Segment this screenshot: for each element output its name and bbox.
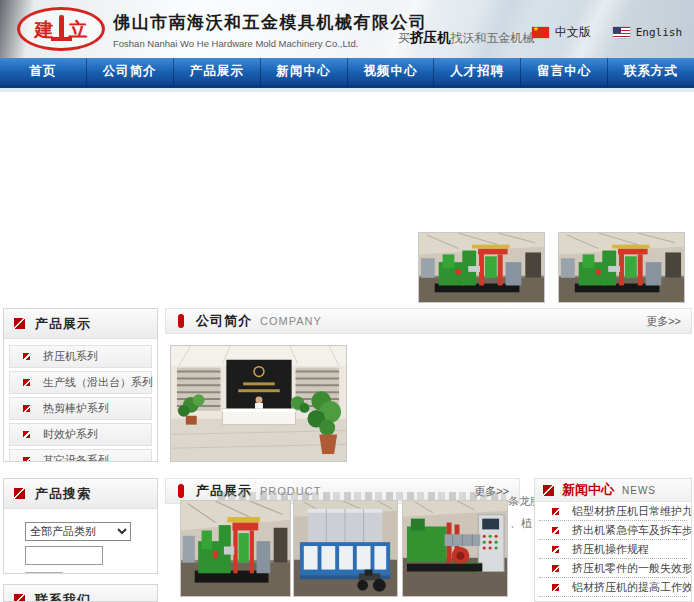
language-switcher: 中文版 English (532, 24, 682, 41)
product-photo-press-closeup[interactable] (402, 500, 508, 597)
bullet-icon (552, 546, 559, 553)
office-reception-illustration (171, 346, 346, 461)
logo-oval-icon: 建 立 (17, 7, 105, 51)
sidebar-contact-title: 联系我们 (35, 591, 91, 602)
bullet-icon (23, 431, 30, 438)
red-square-icon (543, 485, 554, 496)
lang-chinese-link[interactable]: 中文版 (532, 24, 591, 41)
bullet-icon (552, 565, 559, 572)
lang-english-link[interactable]: English (613, 26, 682, 39)
press-closeup-illustration (403, 501, 507, 596)
search-keyword-input[interactable] (25, 546, 103, 565)
bullet-icon (23, 405, 30, 412)
extrusion-press-illustration (559, 233, 684, 302)
nav-item-jobs[interactable]: 人才招聘 (433, 58, 520, 85)
sidebar-item-hot-shear-furnace-series[interactable]: 热剪棒炉系列 (9, 397, 152, 420)
company-name-cn: 佛山市南海沃和五金模具机械有限公司 (113, 11, 428, 34)
sidebar-search-title: 产品搜索 (35, 485, 91, 503)
company-office-photo[interactable] (170, 345, 347, 462)
clipped-text-fragment: 、植 (510, 516, 532, 531)
nav-item-video[interactable]: 视频中心 (347, 58, 434, 85)
company-more-link[interactable]: 更多>> (646, 314, 681, 329)
search-form: 全部产品类别 搜 索 (4, 509, 157, 574)
bullet-icon (23, 457, 30, 462)
sidebar-item-production-line-series[interactable]: 生产线（滑出台）系列 (9, 371, 152, 394)
product-photo-aging-furnace[interactable] (293, 500, 398, 597)
news-item-2[interactable]: 挤出机紧急停车及拆车步 (539, 521, 687, 540)
extrusion-press-illustration (419, 233, 544, 302)
press-ram-icon (56, 14, 67, 44)
nav-item-products[interactable]: 产品展示 (173, 58, 260, 85)
usa-flag-icon (613, 27, 630, 38)
sidebar-item-other-equipment-series[interactable]: 其它设备系列 (9, 449, 152, 462)
search-button[interactable]: 搜 索 (25, 572, 63, 575)
sidebar-contact-header: 联系我们 (4, 585, 157, 602)
sidebar-product-menu-box: 产品展示 挤压机系列 生产线（滑出台）系列 热剪棒炉系列 时效炉系列 其它设备系… (3, 308, 158, 462)
nav-item-news[interactable]: 新闻中心 (260, 58, 347, 85)
news-item-3[interactable]: 挤压机操作规程 (539, 540, 687, 559)
news-section-box: 新闻中心 NEWS 铝型材挤压机日常维护九 挤出机紧急停车及拆车步 挤压机操作规… (534, 478, 692, 602)
furnace-illustration (294, 501, 397, 596)
sidebar-item-aging-furnace-series[interactable]: 时效炉系列 (9, 423, 152, 446)
news-item-label: 铝材挤压机的提高工作效 (572, 580, 692, 595)
slogan-suffix: 找沃和五金机械 (451, 31, 535, 45)
news-item-label: 挤压机操作规程 (572, 542, 649, 557)
red-square-icon (14, 594, 25, 602)
machine-photo-thumb-1[interactable] (418, 232, 545, 303)
clipped-text-strip (218, 492, 506, 500)
company-names: 佛山市南海沃和五金模具机械有限公司 Foshan Nanhai Wo He Ha… (113, 11, 428, 49)
logo-char-right: 立 (69, 20, 88, 39)
news-item-4[interactable]: 挤压机零件的一般失效形 (539, 559, 687, 578)
news-item-label: 挤出机紧急停车及拆车步 (572, 523, 692, 538)
company-title-en: COMPANY (260, 315, 322, 327)
bullet-icon (23, 353, 30, 360)
china-flag-icon (532, 27, 549, 38)
lang-english-label: English (636, 26, 682, 39)
machine-photo-thumb-2[interactable] (558, 232, 685, 303)
nav-item-home[interactable]: 首页 (0, 58, 86, 85)
news-item-1[interactable]: 铝型材挤压机日常维护九 (539, 502, 687, 521)
nav-item-message[interactable]: 留言中心 (520, 58, 607, 85)
company-section-header: 公司简介 COMPANY 更多>> (165, 308, 692, 334)
news-title-cn: 新闻中心 (562, 481, 614, 499)
news-item-label: 铝型材挤压机日常维护九 (572, 504, 692, 519)
company-title-cn: 公司简介 (196, 312, 252, 330)
sidebar-contact-box: 联系我们 (3, 584, 158, 602)
menu-item-label: 热剪棒炉系列 (43, 401, 109, 416)
logo-char-left: 建 (35, 20, 54, 39)
header-slogan: 买挤压机找沃和五金机械 (398, 29, 535, 47)
banner-top-divider (0, 88, 694, 92)
menu-item-label: 生产线（滑出台）系列 (43, 375, 153, 390)
company-name-en: Foshan Nanhai Wo He Hardware Mold Machin… (113, 38, 428, 49)
red-square-icon (14, 488, 25, 499)
lang-chinese-label: 中文版 (555, 24, 591, 41)
category-select[interactable]: 全部产品类别 (25, 522, 131, 541)
menu-item-label: 挤压机系列 (43, 349, 98, 364)
nav-item-about[interactable]: 公司简介 (86, 58, 173, 85)
menu-item-label: 其它设备系列 (43, 453, 109, 462)
bullet-icon (23, 379, 30, 386)
extrusion-press-illustration (181, 501, 290, 596)
sidebar-search-box: 产品搜索 全部产品类别 搜 索 (3, 478, 158, 574)
nav-item-contact[interactable]: 联系方式 (607, 58, 694, 85)
red-bar-icon (178, 314, 184, 328)
bullet-icon (552, 508, 559, 515)
main-navigation: 首页 公司简介 产品展示 新闻中心 视频中心 人才招聘 留言中心 联系方式 (0, 58, 694, 88)
news-section-header: 新闻中心 NEWS (535, 479, 691, 502)
news-title-en: NEWS (622, 485, 656, 496)
sidebar-search-header: 产品搜索 (4, 479, 157, 509)
slogan-highlight: 挤压机 (410, 30, 451, 45)
slogan-prefix: 买 (398, 31, 410, 45)
news-item-5[interactable]: 铝材挤压机的提高工作效 (539, 578, 687, 597)
red-square-icon (14, 318, 25, 329)
sidebar-item-extrusion-series[interactable]: 挤压机系列 (9, 345, 152, 368)
sidebar-product-menu-title: 产品展示 (35, 315, 91, 333)
menu-item-label: 时效炉系列 (43, 427, 98, 442)
sidebar-product-menu: 挤压机系列 生产线（滑出台）系列 热剪棒炉系列 时效炉系列 其它设备系列 (4, 339, 157, 462)
red-bar-icon (178, 484, 184, 498)
company-logo[interactable]: 建 立 (14, 5, 108, 53)
bullet-icon (552, 584, 559, 591)
bullet-icon (552, 527, 559, 534)
news-item-label: 挤压机零件的一般失效形 (572, 561, 692, 576)
product-photo-extrusion-press[interactable] (180, 500, 291, 597)
